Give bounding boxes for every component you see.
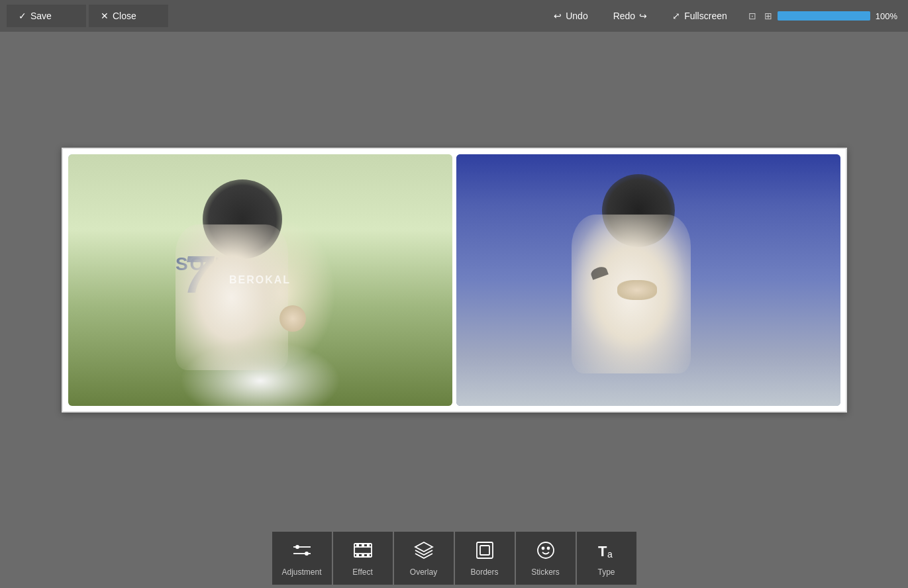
undo-button[interactable]: ↩ Undo: [543, 5, 598, 27]
canvas-area: SON 7 BEROKAL: [0, 32, 908, 528]
svg-point-1: [305, 552, 309, 556]
fullscreen-label: Fullscreen: [684, 11, 727, 21]
zoom-actual-icon: ⊞: [764, 11, 772, 21]
collage-frame[interactable]: SON 7 BEROKAL: [62, 148, 847, 413]
adjustment-label: Adjustment: [281, 567, 321, 577]
zoom-percent-label: 100%: [876, 11, 897, 21]
borders-label: Borders: [470, 567, 498, 577]
overlay-label: Overlay: [410, 567, 437, 577]
undo-label: Undo: [566, 11, 587, 21]
svg-rect-9: [356, 544, 359, 547]
photo-right-inner: [456, 154, 840, 406]
svg-rect-16: [477, 542, 493, 558]
photo-right[interactable]: [456, 154, 840, 406]
svg-rect-10: [362, 544, 364, 547]
top-bar-right: ↩ Undo Redo ↪ ⤢ Fullscreen ⊡ ⊞ 100%: [543, 0, 901, 32]
zoom-controls: ⊡ ⊞ 100%: [742, 5, 901, 27]
close-label: Close: [113, 11, 136, 21]
svg-rect-12: [356, 554, 359, 556]
svg-point-20: [547, 547, 549, 549]
bottom-toolbar: Adjustment Effect: [0, 528, 908, 588]
save-button[interactable]: ✓ Save: [7, 5, 86, 27]
zoom-bar-fill: [778, 11, 870, 21]
overlay-icon: [414, 540, 434, 564]
fullscreen-button[interactable]: ⤢ Fullscreen: [662, 5, 738, 27]
svg-rect-11: [367, 544, 370, 547]
svg-text:a: a: [607, 549, 613, 560]
top-bar: ✓ Save ✕ Close ↩ Undo Redo ↪ ⤢ Fullscree…: [0, 0, 908, 32]
effect-tool[interactable]: Effect: [333, 532, 393, 585]
player-body-left: [176, 224, 288, 370]
borders-icon: [475, 540, 495, 564]
x-icon: ✕: [101, 11, 109, 21]
svg-rect-17: [480, 546, 489, 555]
svg-point-18: [538, 542, 554, 558]
player-fist: [279, 305, 306, 332]
svg-rect-14: [367, 554, 370, 556]
undo-icon: ↩: [554, 11, 562, 21]
effect-icon: [353, 540, 373, 564]
adjustment-tool[interactable]: Adjustment: [272, 532, 332, 585]
redo-label: Redo: [613, 11, 635, 21]
type-tool[interactable]: T a Type: [577, 532, 636, 585]
zoom-actual-button[interactable]: ⊞: [762, 9, 775, 23]
adjustment-icon: [292, 540, 312, 564]
borders-tool[interactable]: Borders: [455, 532, 515, 585]
redo-icon: ↪: [639, 11, 647, 21]
player-hands-right: [617, 280, 657, 300]
svg-marker-15: [415, 542, 432, 552]
svg-point-19: [542, 547, 544, 549]
fullscreen-icon: ⤢: [672, 11, 680, 21]
stickers-icon: [536, 540, 556, 564]
stickers-label: Stickers: [531, 567, 560, 577]
svg-text:T: T: [598, 543, 607, 560]
overlay-tool[interactable]: Overlay: [394, 532, 454, 585]
type-icon: T a: [597, 540, 617, 564]
svg-rect-13: [362, 554, 364, 556]
save-label: Save: [30, 11, 52, 21]
zoom-fit-icon: ⊡: [748, 11, 756, 21]
photo-left-inner: SON 7 BEROKAL: [68, 154, 452, 406]
checkmark-icon: ✓: [19, 11, 26, 21]
zoom-fit-button[interactable]: ⊡: [746, 9, 759, 23]
svg-point-0: [295, 545, 299, 549]
effect-label: Effect: [352, 567, 372, 577]
redo-button[interactable]: Redo ↪: [603, 5, 658, 27]
stickers-tool[interactable]: Stickers: [516, 532, 576, 585]
close-button[interactable]: ✕ Close: [89, 5, 168, 27]
type-label: Type: [597, 567, 615, 577]
watermark: BEROKAL: [229, 274, 291, 286]
photo-left[interactable]: SON 7 BEROKAL: [68, 154, 452, 406]
zoom-slider[interactable]: [778, 11, 870, 21]
